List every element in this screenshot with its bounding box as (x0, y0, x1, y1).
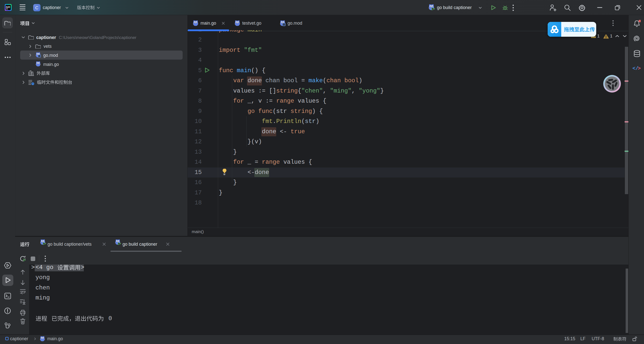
svg-text:C: C (35, 6, 38, 10)
svg-text:GO: GO (6, 6, 10, 9)
svg-text:>: > (638, 66, 641, 71)
